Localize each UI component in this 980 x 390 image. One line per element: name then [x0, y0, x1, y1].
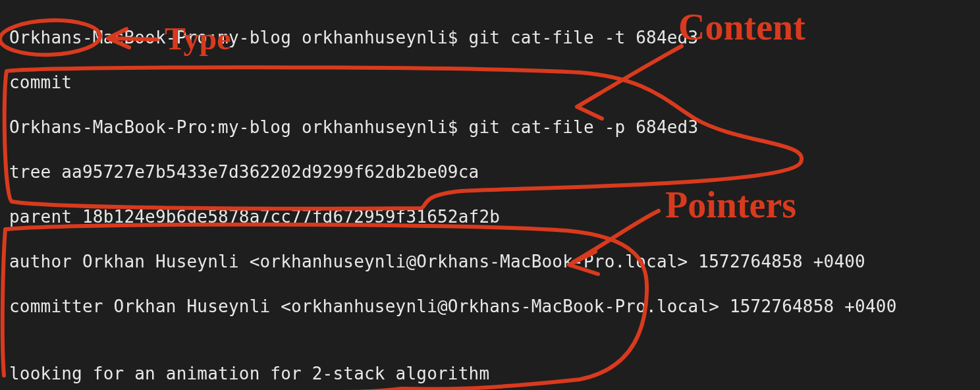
- command-text: git cat-file -t 684ed3: [469, 28, 699, 47]
- terminal-output: Orkhans-MacBook-Pro:my-blog orkhanhuseyn…: [0, 0, 980, 390]
- commit-message-line: looking for an animation for 2-stack alg…: [9, 362, 971, 385]
- shell-prompt: Orkhans-MacBook-Pro:my-blog orkhanhuseyn…: [9, 117, 469, 137]
- command-text: git cat-file -p 684ed3: [469, 117, 699, 137]
- output-type: commit: [9, 71, 971, 94]
- commit-tree-line: tree aa95727e7b5433e7d362202d9299f62db2b…: [9, 161, 971, 183]
- terminal-line: Orkhans-MacBook-Pro:my-blog orkhanhuseyn…: [9, 26, 971, 49]
- commit-author-line: author Orkhan Huseynli <orkhanhuseynli@O…: [9, 250, 971, 273]
- terminal-line: Orkhans-MacBook-Pro:my-blog orkhanhuseyn…: [9, 116, 971, 138]
- commit-committer-line: committer Orkhan Huseynli <orkhanhuseynl…: [9, 295, 971, 318]
- commit-parent-line: parent 18b124e9b6de5878a7cc77fd672959f31…: [9, 206, 971, 228]
- shell-prompt: Orkhans-MacBook-Pro:my-blog orkhanhuseyn…: [9, 28, 469, 47]
